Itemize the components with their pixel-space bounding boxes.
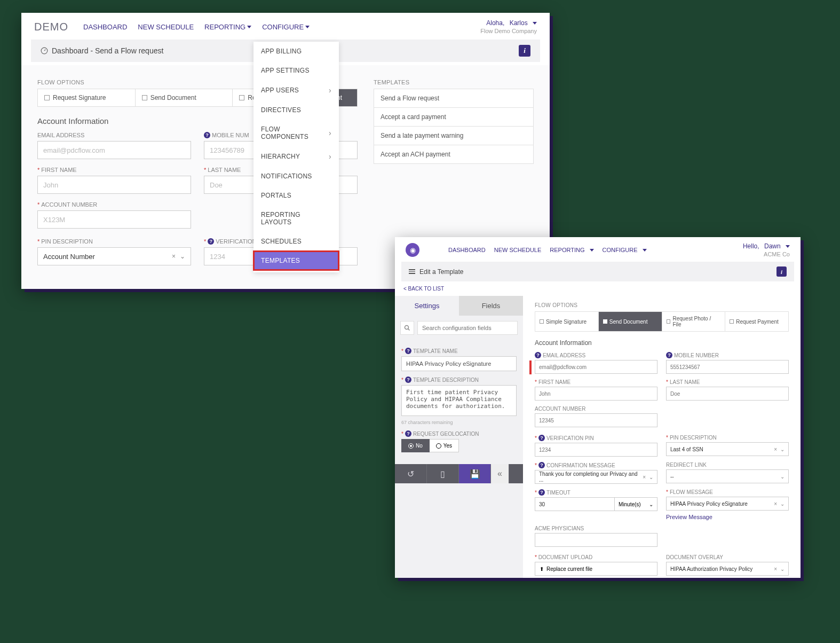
chevron-down-icon[interactable]: ⌄ <box>780 474 784 480</box>
physicians-input[interactable] <box>535 533 657 547</box>
search-input[interactable] <box>417 321 518 335</box>
char-counter: 67 characters remaining <box>401 420 517 425</box>
drag-handle-icon[interactable] <box>529 360 532 374</box>
chevron-down-icon[interactable]: ⌄ <box>780 446 784 452</box>
chevron-down-icon <box>305 26 310 28</box>
tab-settings[interactable]: Settings <box>395 296 459 316</box>
opt-request-photo[interactable]: Request Photo / File <box>662 312 726 331</box>
timeout-input[interactable] <box>535 497 615 511</box>
mobile-input[interactable] <box>666 360 789 374</box>
nav-dashboard[interactable]: DASHBOARD <box>448 247 486 253</box>
help-icon: ? <box>538 462 545 468</box>
save-button[interactable]: 💾 <box>459 464 491 483</box>
undo-button[interactable]: ↺ <box>395 464 427 483</box>
nav-configure[interactable]: CONFIGURE <box>262 23 310 31</box>
nav-dashboard[interactable]: DASHBOARD <box>83 23 127 31</box>
mobile-label: ?MOBILE NUMBER <box>666 352 789 358</box>
vpin-label: *?VERIFICATION PIN <box>535 435 657 441</box>
chevron-down-icon[interactable]: ⌄ <box>780 566 784 572</box>
collapse-button[interactable]: « <box>491 464 509 483</box>
first-name-input[interactable] <box>37 176 191 194</box>
template-name-input[interactable] <box>401 356 517 371</box>
menu-reporting-layouts[interactable]: REPORTING LAYOUTS <box>253 205 339 232</box>
clear-icon[interactable]: × <box>774 446 777 452</box>
chevron-right-icon: › <box>329 86 331 95</box>
nav-new-schedule[interactable]: NEW SCHEDULE <box>494 247 542 253</box>
nav-bar: DEMO DASHBOARD NEW SCHEDULE REPORTING CO… <box>21 13 550 40</box>
menu-hierarchy[interactable]: HIERARCHY› <box>253 146 339 167</box>
opt-simple-signature[interactable]: Simple Signature <box>535 312 599 331</box>
opt-send-document[interactable]: Send Document <box>599 312 662 331</box>
mobile-preview-button[interactable]: ▯ <box>427 464 459 483</box>
email-label: ?EMAIL ADDRESS <box>535 352 657 358</box>
info-button[interactable]: i <box>519 45 530 57</box>
redirect-select[interactable]: --⌄ <box>666 469 789 483</box>
template-name-label: *?TEMPLATE NAME <box>401 348 517 354</box>
logo: DEMO <box>34 21 68 33</box>
timeout-unit-select[interactable]: Minute(s)⌄ <box>615 497 657 511</box>
template-item[interactable]: Accept an ACH payment <box>374 145 533 163</box>
clear-icon[interactable]: × <box>774 566 777 572</box>
radio-icon <box>408 443 414 449</box>
email-input[interactable] <box>37 141 191 159</box>
user-menu[interactable]: Aloha, Karlos <box>486 19 537 27</box>
menu-app-settings[interactable]: APP SETTINGS <box>253 61 339 80</box>
doc-overlay-select[interactable]: HIPAA Authorization Privacy Policy×⌄ <box>666 562 789 576</box>
fields-panel: FLOW OPTIONS Simple Signature Send Docum… <box>523 296 801 578</box>
menu-portals[interactable]: PORTALS <box>253 186 339 205</box>
settings-panel: Settings Fields *?TEMPLATE NAME *?TEMPLA… <box>395 296 523 578</box>
geo-yes-option[interactable]: Yes <box>430 439 459 452</box>
opt-send-document[interactable]: Send Document <box>136 89 233 106</box>
menu-directives[interactable]: DIRECTIVES <box>253 100 339 120</box>
geo-no-option[interactable]: No <box>401 439 430 452</box>
account-number-input[interactable] <box>37 210 191 229</box>
template-item[interactable]: Accept a card payment <box>374 108 533 127</box>
opt-request-signature[interactable]: Request Signature <box>38 89 136 106</box>
tab-fields[interactable]: Fields <box>459 296 523 316</box>
template-item[interactable]: Send a Flow request <box>374 89 533 108</box>
checkbox-icon <box>603 319 607 324</box>
chevron-down-icon[interactable]: ⌄ <box>180 253 185 260</box>
menu-flow-components[interactable]: FLOW COMPONENTS› <box>253 120 339 146</box>
template-item[interactable]: Send a late payment warning <box>374 127 533 145</box>
back-link[interactable]: < BACK TO LIST <box>395 281 801 296</box>
account-number-input[interactable] <box>535 413 657 427</box>
menu-app-users[interactable]: APP USERS› <box>253 80 339 100</box>
clear-icon[interactable]: × <box>774 501 777 507</box>
nav-configure[interactable]: CONFIGURE <box>603 247 647 253</box>
menu-templates[interactable]: TEMPLATES <box>253 251 339 270</box>
nav-new-schedule[interactable]: NEW SCHEDULE <box>138 23 194 31</box>
chevron-right-icon: › <box>329 129 331 137</box>
first-name-input[interactable] <box>535 387 657 401</box>
bottom-toolbar: ↺ ▯ 💾 « <box>395 464 523 483</box>
last-name-input[interactable] <box>666 387 789 401</box>
clear-icon[interactable]: × <box>172 253 176 260</box>
nav-reporting[interactable]: REPORTING <box>550 247 593 253</box>
user-menu[interactable]: Hello, Dawn <box>743 242 790 250</box>
email-label: EMAIL ADDRESS <box>37 132 191 138</box>
chevron-down-icon[interactable]: ⌄ <box>649 474 653 480</box>
opt-request-payment[interactable]: Request Payment <box>725 312 788 331</box>
menu-schedules[interactable]: SCHEDULES <box>253 232 339 251</box>
help-icon: ? <box>405 377 411 383</box>
menu-icon[interactable] <box>409 269 415 274</box>
search-button[interactable] <box>400 321 414 335</box>
vpin-input[interactable] <box>535 443 657 457</box>
flow-message-select[interactable]: HIPAA Privacy Policy eSignature×⌄ <box>666 497 789 511</box>
chevron-down-icon[interactable]: ⌄ <box>780 501 784 507</box>
nav-reporting[interactable]: REPORTING <box>204 23 251 31</box>
preview-link[interactable]: Preview Message <box>666 514 789 520</box>
email-input[interactable] <box>535 360 657 374</box>
template-desc-input[interactable] <box>401 385 517 416</box>
menu-app-billing[interactable]: APP BILLING <box>253 42 339 61</box>
checkbox-icon <box>540 319 544 324</box>
doc-upload-button[interactable]: ⬆Replace current file <box>535 562 657 576</box>
pin-desc-select[interactable]: Last 4 of SSN×⌄ <box>666 442 789 456</box>
geolocation-label: *?REQUEST GEOLOCATION <box>401 430 517 437</box>
menu-notifications[interactable]: NOTIFICATIONS <box>253 167 339 186</box>
clear-icon[interactable]: × <box>643 474 646 480</box>
pin-desc-select[interactable]: Account Number×⌄ <box>37 247 191 265</box>
radio-icon <box>436 443 441 449</box>
info-button[interactable]: i <box>776 266 787 277</box>
confirmation-select[interactable]: Thank you for completing our Privacy and… <box>535 470 657 484</box>
